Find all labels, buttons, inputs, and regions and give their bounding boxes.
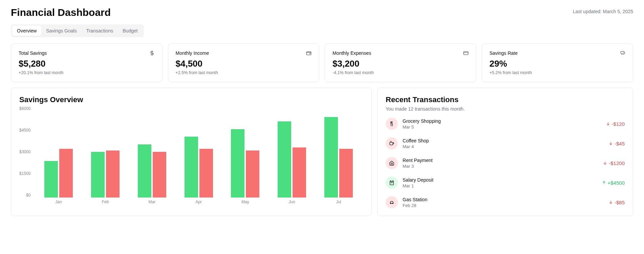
bar-expenses-jul bbox=[339, 149, 353, 198]
tab-budget[interactable]: Budget bbox=[118, 26, 142, 36]
arrow-down-icon bbox=[603, 161, 607, 165]
bar-expenses-apr bbox=[199, 149, 213, 198]
x-tick-label: May bbox=[231, 200, 259, 204]
card-delta: +5.2% from last month bbox=[490, 70, 626, 75]
transactions-title: Recent Transactions bbox=[386, 95, 625, 104]
arrow-down-icon bbox=[608, 200, 613, 205]
bar-group-may bbox=[231, 129, 259, 198]
bag-icon bbox=[386, 177, 398, 189]
y-tick-label: $4500 bbox=[19, 128, 30, 133]
stat-card-monthly-income: Monthly Income$4,500+2.5% from last mont… bbox=[168, 43, 320, 82]
bar-expenses-may bbox=[246, 151, 259, 198]
card-label: Monthly Expenses bbox=[332, 50, 371, 56]
transaction-amount: +$4500 bbox=[602, 180, 625, 186]
transaction-name: Gas Station bbox=[403, 197, 604, 202]
x-tick-label: Jun bbox=[278, 200, 306, 204]
transaction-amount: -$1200 bbox=[603, 160, 625, 166]
last-updated: Last updated: March 5, 2025 bbox=[573, 9, 633, 14]
transaction-amount: -$120 bbox=[606, 121, 625, 127]
credit-card-icon bbox=[463, 50, 469, 56]
bar-income-jun bbox=[278, 121, 291, 198]
card-value: $3,200 bbox=[332, 59, 469, 69]
card-delta: +2.5% from last month bbox=[176, 70, 312, 75]
stat-card-total-savings: Total Savings$5,280+20.1% from last mont… bbox=[11, 43, 163, 82]
transaction-date: Mar 4 bbox=[403, 144, 604, 149]
bar-group-jun bbox=[278, 121, 306, 198]
arrow-down-icon bbox=[608, 141, 613, 146]
y-tick-label: $1500 bbox=[19, 171, 30, 176]
bar-group-mar bbox=[138, 144, 166, 198]
transaction-name: Salary Deposit bbox=[403, 177, 597, 183]
bar-group-jul bbox=[324, 117, 353, 198]
transaction-name: Coffee Shop bbox=[403, 138, 604, 143]
bar-income-feb bbox=[91, 152, 105, 198]
card-label: Savings Rate bbox=[490, 50, 518, 56]
coffee-icon bbox=[386, 137, 398, 149]
tab-transactions[interactable]: Transactions bbox=[82, 26, 118, 36]
card-label: Monthly Income bbox=[176, 50, 209, 56]
home-icon bbox=[386, 157, 398, 169]
utensils-icon bbox=[386, 118, 398, 130]
transaction-date: Mar 3 bbox=[403, 164, 598, 169]
card-value: $4,500 bbox=[176, 59, 312, 69]
x-tick-label: Apr bbox=[185, 200, 213, 204]
bar-income-may bbox=[231, 129, 244, 198]
bar-income-mar bbox=[138, 144, 151, 198]
transaction-name: Rent Payment bbox=[403, 158, 598, 163]
bar-expenses-mar bbox=[153, 152, 166, 198]
recent-transactions-panel: Recent Transactions You made 12 transact… bbox=[377, 88, 633, 216]
transaction-date: Mar 5 bbox=[403, 124, 601, 130]
bar-income-jul bbox=[324, 117, 338, 198]
x-tick-label: Feb bbox=[91, 200, 120, 204]
card-delta: +20.1% from last month bbox=[19, 70, 155, 75]
tab-savings-goals[interactable]: Savings Goals bbox=[41, 26, 81, 36]
transaction-amount: -$85 bbox=[608, 200, 625, 205]
tab-overview[interactable]: Overview bbox=[12, 26, 41, 36]
transaction-row: Coffee ShopMar 4-$45 bbox=[386, 137, 625, 149]
y-tick-label: $3000 bbox=[19, 149, 30, 154]
bar-expenses-jun bbox=[293, 147, 306, 198]
bar-group-apr bbox=[185, 137, 213, 198]
bar-income-apr bbox=[185, 137, 198, 198]
transaction-amount: -$45 bbox=[608, 141, 625, 146]
card-label: Total Savings bbox=[19, 50, 47, 56]
y-tick-label: $0 bbox=[26, 193, 30, 198]
stat-card-savings-rate: Savings Rate29%+5.2% from last month bbox=[482, 43, 634, 82]
card-value: $5,280 bbox=[19, 59, 155, 69]
bar-expenses-feb bbox=[106, 151, 120, 198]
transaction-row: Rent PaymentMar 3-$1200 bbox=[386, 157, 625, 169]
y-tick-label: $6000 bbox=[19, 106, 30, 111]
bar-expenses-jan bbox=[59, 149, 73, 198]
card-value: 29% bbox=[490, 59, 626, 69]
bar-group-jan bbox=[44, 149, 73, 198]
car-icon bbox=[386, 196, 398, 208]
transaction-row: Salary DepositMar 1+$4500 bbox=[386, 177, 625, 189]
x-tick-label: Jan bbox=[44, 200, 73, 204]
arrow-down-icon bbox=[606, 121, 610, 126]
transaction-date: Mar 1 bbox=[403, 183, 597, 188]
tabs: OverviewSavings GoalsTransactionsBudget bbox=[11, 24, 144, 37]
dollar-icon bbox=[149, 50, 155, 56]
transactions-subtitle: You made 12 transactions this month. bbox=[386, 106, 625, 112]
x-tick-label: Mar bbox=[138, 200, 166, 204]
chart-title: Savings Overview bbox=[19, 95, 363, 104]
transaction-row: Gas StationFeb 28-$85 bbox=[386, 196, 625, 208]
piggy-icon bbox=[620, 50, 625, 56]
bar-income-jan bbox=[44, 161, 58, 198]
card-delta: -4.1% from last month bbox=[332, 70, 469, 75]
transaction-row: Grocery ShoppingMar 5-$120 bbox=[386, 118, 625, 130]
transaction-name: Grocery Shopping bbox=[403, 118, 601, 124]
arrow-up-icon bbox=[602, 180, 606, 185]
x-tick-label: Jul bbox=[324, 200, 353, 204]
transaction-date: Feb 28 bbox=[403, 203, 604, 208]
page-title: Financial Dashboard bbox=[11, 7, 111, 18]
wallet-icon bbox=[306, 50, 312, 56]
savings-overview-panel: Savings Overview $6000$4500$3000$1500$0 … bbox=[11, 88, 372, 216]
bar-group-feb bbox=[91, 151, 120, 198]
stat-card-monthly-expenses: Monthly Expenses$3,200-4.1% from last mo… bbox=[325, 43, 476, 82]
